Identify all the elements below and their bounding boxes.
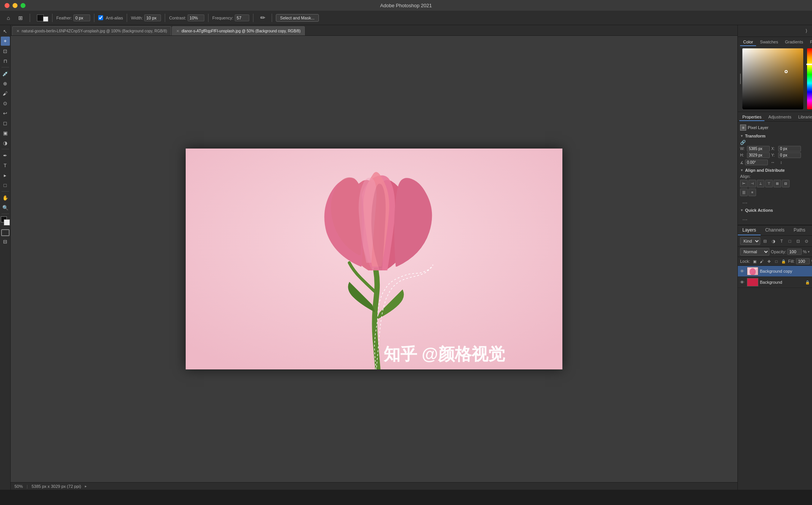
hue-bar[interactable] xyxy=(807,48,812,109)
brush-tool[interactable]: 🖌 xyxy=(1,89,10,98)
eyedropper-tool[interactable]: 💉 xyxy=(1,69,10,78)
tab-paths[interactable]: Paths xyxy=(789,225,810,235)
foreground-background-colors[interactable] xyxy=(1,216,10,225)
tab-adjustments[interactable]: Adjustments xyxy=(765,113,794,121)
h-input[interactable] xyxy=(747,152,770,158)
dodge-tool[interactable]: ◑ xyxy=(1,138,10,147)
link-icon-row: 🔗 xyxy=(740,140,810,145)
minimize-button[interactable] xyxy=(13,3,18,8)
blend-mode-select[interactable]: Normal Multiply Screen Overlay xyxy=(740,248,769,256)
align-section-header[interactable]: ▼ Align and Distribute xyxy=(740,168,810,173)
tool-options-icon[interactable]: ⊞ xyxy=(15,13,26,23)
align-left-btn[interactable]: ⊢ xyxy=(740,180,748,187)
select-and-mask-button[interactable]: Select and Mask... xyxy=(276,14,319,22)
shape-filter-icon[interactable]: □ xyxy=(787,238,793,245)
align-right-btn[interactable]: ⊥ xyxy=(757,180,764,187)
tab-2[interactable]: ✕ dlanor-s-ATgfRqpFfFI-unsplash.jpg @ 50… xyxy=(172,26,305,35)
frequency-input[interactable] xyxy=(235,14,249,21)
foreground-color-swatch[interactable] xyxy=(740,74,741,84)
y-input[interactable] xyxy=(778,152,801,158)
link-dimensions-icon[interactable]: 🔗 xyxy=(740,140,746,145)
layer-item-background[interactable]: 👁 Background 🔒 xyxy=(738,277,812,288)
text-tool[interactable]: T xyxy=(1,161,10,170)
lock-all-btn[interactable]: 🔒 xyxy=(780,258,787,264)
screen-mode-tool[interactable]: ⊟ xyxy=(1,237,10,246)
lock-position-btn[interactable]: ✥ xyxy=(766,258,772,264)
quick-actions-header[interactable]: ▼ Quick Actions xyxy=(740,208,810,213)
properties-tabs: Properties Adjustments Libraries xyxy=(738,112,812,121)
contrast-input[interactable] xyxy=(188,14,204,21)
color-swatches-group xyxy=(37,14,48,22)
lock-pixels-btn[interactable]: 🖌 xyxy=(759,258,765,264)
tab-swatches[interactable]: Swatches xyxy=(757,38,781,46)
hand-tool[interactable]: ✋ xyxy=(1,193,10,202)
path-selection-tool[interactable]: ▸ xyxy=(1,171,10,180)
lock-transparent-btn[interactable]: ▣ xyxy=(751,258,758,264)
kind-filter-select[interactable]: Kind xyxy=(740,237,760,245)
history-tool[interactable]: ↩ xyxy=(1,109,10,118)
flip-v-btn[interactable]: ↕ xyxy=(778,159,785,166)
clone-tool[interactable]: ⊙ xyxy=(1,99,10,108)
tab-1-close[interactable]: ✕ xyxy=(16,29,19,33)
properties-content: ⊞ Pixel Layer ▼ Transform 🔗 W: X: xyxy=(738,121,812,225)
lock-artboard-btn[interactable]: □ xyxy=(773,258,779,264)
selection-tool[interactable]: ⊡ xyxy=(1,46,10,56)
home-icon[interactable]: ⌂ xyxy=(3,13,14,23)
move-tool[interactable]: ↖ xyxy=(1,27,10,36)
layer-item-background-copy[interactable]: 👁 Background copy xyxy=(738,266,812,277)
align-bottom-btn[interactable]: ⊟ xyxy=(782,180,790,187)
anti-alias-checkbox[interactable] xyxy=(98,15,103,20)
color-spectrum[interactable] xyxy=(742,48,803,109)
opacity-input[interactable] xyxy=(787,249,802,255)
opacity-arrow[interactable]: ▾ xyxy=(808,250,810,254)
align-center-h-btn[interactable]: ⊣ xyxy=(748,180,756,187)
quick-actions-more-btn[interactable]: ... xyxy=(740,214,810,222)
collapse-panel-btn[interactable]: ⟩ xyxy=(802,27,810,35)
maximize-button[interactable] xyxy=(21,3,25,8)
tab-patterns[interactable]: Patterns xyxy=(807,38,812,46)
statusbar-arrow[interactable]: ▸ xyxy=(85,484,87,488)
layer-visibility-toggle-0[interactable]: 👁 xyxy=(740,269,745,273)
add-adjustment-icon[interactable]: ◑ xyxy=(770,238,777,245)
tab-2-close[interactable]: ✕ xyxy=(176,29,179,33)
distribute-v-btn[interactable]: ≡ xyxy=(748,189,756,196)
fill-input[interactable] xyxy=(796,258,810,264)
crop-tool[interactable]: ⊓ xyxy=(1,56,10,66)
stylus-icon[interactable]: ✏ xyxy=(257,13,268,23)
color-picker-area xyxy=(738,46,812,112)
healing-tool[interactable]: ⊕ xyxy=(1,79,10,88)
quick-mask-tool[interactable] xyxy=(1,229,10,236)
tab-properties[interactable]: Properties xyxy=(739,113,764,121)
lasso-tool[interactable]: ⌖ xyxy=(1,37,10,46)
pixel-filter-icon[interactable]: ⊙ xyxy=(803,238,810,245)
tab-2-label: dlanor-s-ATgfRqpFfFI-unsplash.jpg @ 50% … xyxy=(182,29,301,33)
shape-tool[interactable]: □ xyxy=(1,181,10,190)
tab-color[interactable]: Color xyxy=(740,38,756,46)
canvas-viewport[interactable]: 知乎 @颜格视觉 xyxy=(11,36,737,482)
close-button[interactable] xyxy=(5,3,10,8)
zoom-tool[interactable]: 🔍 xyxy=(1,203,10,212)
layer-visibility-toggle-1[interactable]: 👁 xyxy=(740,280,745,284)
more-options-btn[interactable]: ... xyxy=(740,197,810,206)
tab-gradients[interactable]: Gradients xyxy=(782,38,806,46)
x-input[interactable] xyxy=(778,146,801,152)
tab-layers[interactable]: Layers xyxy=(738,225,761,235)
new-group-icon[interactable]: ⊟ xyxy=(762,238,769,245)
feather-input[interactable] xyxy=(73,14,90,21)
eraser-tool[interactable]: ◻ xyxy=(1,118,10,128)
text-filter-icon[interactable]: T xyxy=(778,238,785,245)
tab-channels[interactable]: Channels xyxy=(761,225,789,235)
align-center-v-btn[interactable]: ⊞ xyxy=(774,180,781,187)
angle-input[interactable] xyxy=(745,160,768,165)
pen-tool[interactable]: ✒ xyxy=(1,151,10,160)
flip-h-btn[interactable]: ↔ xyxy=(769,159,776,166)
width-input[interactable] xyxy=(144,14,161,21)
tab-libraries[interactable]: Libraries xyxy=(795,113,812,121)
gradient-tool[interactable]: ▣ xyxy=(1,128,10,137)
w-input[interactable] xyxy=(747,146,770,152)
align-top-btn[interactable]: ⊤ xyxy=(765,180,773,187)
transform-section-header[interactable]: ▼ Transform xyxy=(740,134,810,138)
tab-1[interactable]: ✕ natural-goods-berlin-L6NP4ZCnpSY-unspl… xyxy=(12,26,171,35)
distribute-h-btn[interactable]: ||| xyxy=(740,189,748,196)
smart-object-icon[interactable]: ⊡ xyxy=(795,238,802,245)
